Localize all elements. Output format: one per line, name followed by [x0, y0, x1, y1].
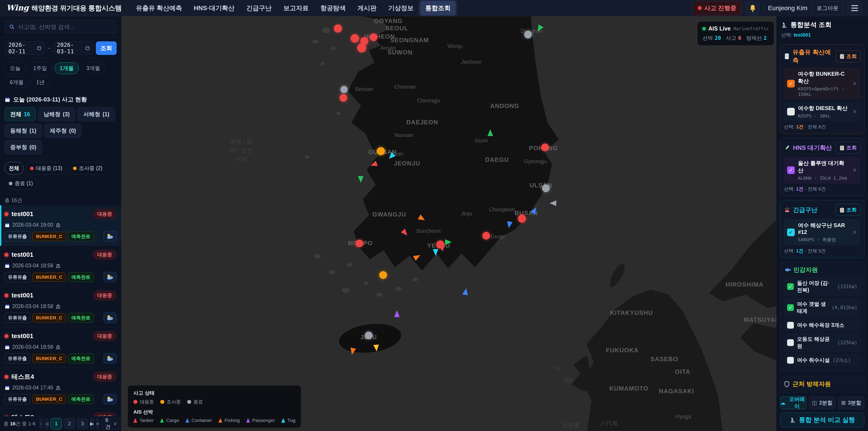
incident-inprogress-badge[interactable]: 사고 진행중 [693, 1, 742, 15]
region-pill-0[interactable]: 전체16 [4, 107, 36, 121]
checkbox[interactable]: ✓ [787, 80, 795, 88]
nav-item-6[interactable]: 기상정보 [383, 1, 418, 15]
incident-card-3[interactable]: test001 대응중 2026-03-04 18:58 유류유출 BUNKER… [0, 327, 121, 368]
model-item[interactable]: ✓ 여수항 BUNKER-C 확산 KOSPS+OpenDrift · 150k… [784, 68, 861, 100]
incident-marker[interactable] [542, 184, 550, 192]
last-page-button[interactable]: » [96, 418, 99, 429]
incident-marker[interactable] [334, 24, 342, 33]
nav-item-4[interactable]: 항공탐색 [315, 1, 350, 15]
view-button-1[interactable]: ◫2분할 [809, 396, 835, 409]
checkbox[interactable] [787, 357, 794, 364]
resource-item[interactable]: 오동도 해상공원 (125ha) [784, 333, 861, 352]
incident-marker[interactable] [541, 144, 549, 151]
status-pill-1[interactable]: 대응중 (13) [26, 162, 66, 175]
incident-card-1[interactable]: test001 대응중 2026-03-04 18:58 유류유출 BUNKER… [0, 246, 121, 286]
search-box[interactable] [4, 20, 117, 34]
page-button-1[interactable]: 1 [51, 418, 62, 429]
weather-button[interactable] [103, 353, 117, 364]
page-size-select[interactable]: 6건 ∨ [101, 418, 121, 429]
range-pill-4[interactable]: 6개월 [4, 76, 29, 88]
next-page-button[interactable]: ▶ [90, 418, 94, 429]
view-button-2[interactable]: ⊞3분할 [838, 396, 864, 409]
region-pill-2[interactable]: 서해청(1) [78, 107, 115, 121]
incident-card-2[interactable]: test001 대응중 2026-03-04 18:58 유류유출 BUNKER… [0, 286, 121, 327]
incident-marker[interactable] [483, 232, 490, 240]
section-query-button[interactable]: 조회 [836, 204, 861, 216]
incident-card-4[interactable]: 테스트4 대응중 2026-03-04 17:45 유류유출 BUNKER_C … [0, 368, 121, 409]
date-to-field[interactable]: 2026-03-11 [53, 41, 94, 55]
incident-marker[interactable] [350, 34, 359, 43]
resource-item[interactable]: ✓ 돌산 어장 (김·전복) (131ha) [784, 277, 861, 296]
incident-marker[interactable] [379, 271, 387, 279]
region-pill-3[interactable]: 동해청(1) [4, 124, 42, 138]
status-pill-0[interactable]: 전체 [4, 162, 24, 175]
incident-marker[interactable] [370, 33, 377, 41]
range-pill-2[interactable]: 1개월 [55, 62, 79, 74]
incident-marker[interactable] [524, 31, 532, 38]
date-query-button[interactable]: 조회 [96, 41, 117, 55]
weather-button[interactable] [103, 313, 117, 323]
nav-item-5[interactable]: 게시판 [352, 1, 381, 15]
checkbox[interactable] [787, 322, 794, 329]
incident-marker[interactable] [518, 214, 526, 223]
weather-button[interactable] [103, 394, 117, 404]
close-icon[interactable]: × [852, 80, 857, 87]
resource-item[interactable]: 여수 해수욕장 3개소 [784, 319, 861, 331]
menu-button[interactable] [848, 1, 862, 15]
checkbox[interactable]: ✓ [787, 166, 795, 174]
view-button-0[interactable]: ☁오버레이 [780, 396, 806, 409]
incident-marker[interactable] [340, 86, 348, 93]
first-page-button[interactable]: « [39, 418, 43, 429]
section-query-button[interactable]: 조회 [836, 51, 861, 62]
page-button-2[interactable]: 2 [64, 418, 75, 429]
run-analysis-button[interactable]: 통합 분석 비교 실행 [780, 412, 864, 427]
incident-card-0[interactable]: test001 대응중 2026-03-04 19:00 유류유출 BUNKER… [0, 205, 121, 246]
model-item[interactable]: 여수항 DIESEL 확산 KOSPS · 30kL × [784, 102, 861, 121]
close-icon[interactable]: × [852, 108, 857, 115]
model-item[interactable]: ✓ 여수 해상구난 SAR #12 SAROPS · 확률맵 × [784, 219, 861, 245]
range-pill-3[interactable]: 3개월 [81, 62, 105, 74]
date-from-field[interactable]: 2026-02-11 [4, 41, 45, 55]
section-query-button[interactable]: 조회 [836, 142, 861, 154]
checkbox[interactable] [787, 108, 795, 116]
checkbox[interactable] [787, 339, 794, 346]
incident-marker[interactable] [340, 94, 347, 102]
close-icon[interactable]: × [852, 229, 857, 236]
nav-item-1[interactable]: HNS·대기확산 [189, 1, 239, 15]
incident-marker[interactable] [377, 147, 385, 155]
region-pill-4[interactable]: 제주청(0) [44, 124, 82, 138]
checkbox[interactable]: ✓ [787, 228, 795, 236]
resource-item[interactable]: 여수 취수시설 (2개소) [784, 354, 861, 366]
range-pill-1[interactable]: 1주일 [28, 62, 52, 74]
region-pill-5[interactable]: 중부청(0) [4, 140, 42, 154]
weather-button[interactable] [103, 272, 117, 282]
notifications-button[interactable] [746, 1, 760, 15]
checkbox[interactable]: ✓ [787, 283, 794, 290]
nav-item-7[interactable]: 통합조회 [420, 1, 456, 15]
region-pill-1[interactable]: 남해청(3) [38, 107, 75, 121]
section-cleanup: 근처 방제자원 지도에서 선박을 클릭하면부근 방제자원이 표시됩니다 탐색 반… [780, 376, 864, 392]
nav-item-0[interactable]: 유출유 확산예측 [131, 1, 187, 15]
range-pill-0[interactable]: 오늘 [4, 62, 26, 74]
logout-button[interactable]: 로그아웃 [811, 2, 844, 15]
incident-marker[interactable] [355, 240, 363, 247]
weather-button[interactable] [103, 231, 117, 242]
checkbox[interactable]: ✓ [787, 304, 794, 311]
model-item[interactable]: ✓ 울산 톨루엔 대기확산 ALOHA · IDLH 1.2km × [784, 157, 861, 184]
resource-item[interactable]: ✓ 여수 갯벌 생태계 (4,013ha) [784, 298, 861, 317]
page-button-3[interactable]: 3 [77, 418, 88, 429]
prev-page-button[interactable]: ◀ [44, 418, 49, 429]
legend-incident-종료: 종료 [187, 399, 203, 405]
incident-marker[interactable] [365, 332, 373, 339]
close-icon[interactable]: × [852, 166, 857, 174]
range-pill-5[interactable]: 1년 [31, 76, 50, 88]
incident-marker[interactable] [357, 43, 366, 53]
incident-card-5[interactable]: 테스트3 대응중 2026-03-04 17:41 유류유출 BUNKER_C … [0, 409, 121, 416]
map-canvas[interactable]: GOYANGSEOULINCHEONSEONGNAMAnsanSUWONWonj… [121, 16, 776, 431]
nav-item-3[interactable]: 보고자료 [278, 1, 313, 15]
drum-icon [784, 53, 790, 60]
status-pill-2[interactable]: 조사중 (2) [69, 162, 107, 175]
search-input[interactable] [18, 24, 112, 31]
status-pill-3[interactable]: 종료 (1) [4, 177, 37, 190]
nav-item-2[interactable]: 긴급구난 [241, 1, 276, 15]
